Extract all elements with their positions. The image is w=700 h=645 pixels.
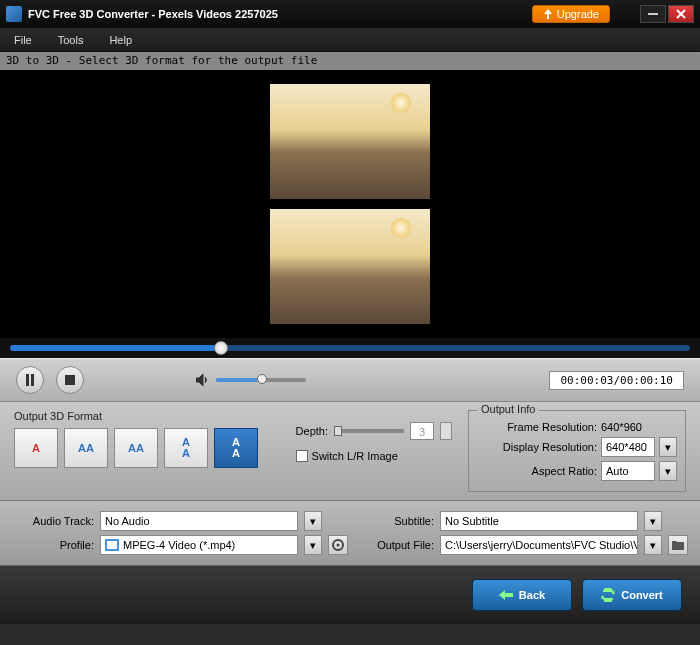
menu-file[interactable]: File [14, 34, 32, 46]
aspect-label: Aspect Ratio: [477, 465, 597, 477]
audio-track-select[interactable]: No Audio [100, 511, 298, 531]
subtitle-select[interactable]: No Subtitle [440, 511, 638, 531]
output-file-field[interactable]: C:\Users\jerry\Documents\FVC Studio\V [440, 535, 638, 555]
frame-res-label: Frame Resolution: [477, 421, 597, 433]
convert-button[interactable]: Convert [582, 579, 682, 611]
video-preview [0, 70, 700, 338]
back-label: Back [519, 589, 545, 601]
convert-icon [601, 588, 615, 602]
audio-track-label: Audio Track: [14, 515, 94, 527]
depth-value[interactable]: 3 [410, 422, 434, 440]
folder-icon [672, 540, 684, 550]
switch-lr-checkbox[interactable]: Switch L/R Image [296, 450, 452, 462]
profile-icon [105, 539, 119, 551]
time-display: 00:00:03/00:00:10 [549, 371, 684, 390]
seek-bar[interactable] [0, 338, 700, 358]
format-button-1[interactable]: AA [64, 428, 108, 468]
frame-res-value: 640*960 [601, 421, 677, 433]
svg-rect-3 [65, 375, 75, 385]
aspect-arrow[interactable]: ▾ [659, 461, 677, 481]
upgrade-label: Upgrade [557, 8, 599, 20]
menu-help[interactable]: Help [109, 34, 132, 46]
back-button[interactable]: Back [472, 579, 572, 611]
minimize-button[interactable] [640, 5, 666, 23]
svg-point-7 [337, 544, 340, 547]
convert-label: Convert [621, 589, 663, 601]
upgrade-icon [543, 9, 553, 19]
output-3d-label: Output 3D Format [14, 410, 280, 422]
format-button-0[interactable]: A [14, 428, 58, 468]
preview-bottom [270, 209, 430, 324]
volume-icon [196, 374, 210, 386]
format-button-3[interactable]: AA [164, 428, 208, 468]
svg-rect-0 [648, 13, 658, 15]
profile-label: Profile: [14, 539, 94, 551]
stop-button[interactable] [56, 366, 84, 394]
profile-settings-button[interactable] [328, 535, 348, 555]
switch-lr-label: Switch L/R Image [312, 450, 398, 462]
app-icon [6, 6, 22, 22]
disp-res-arrow[interactable]: ▾ [659, 437, 677, 457]
depth-slider[interactable] [334, 429, 404, 433]
audio-track-arrow[interactable]: ▾ [304, 511, 322, 531]
preview-top [270, 84, 430, 199]
window-title: FVC Free 3D Converter - Pexels Videos 22… [28, 8, 532, 20]
subtitle-arrow[interactable]: ▾ [644, 511, 662, 531]
browse-button[interactable] [668, 535, 688, 555]
subtitle-label: Subtitle: [354, 515, 434, 527]
svg-rect-1 [26, 374, 29, 386]
output-file-label: Output File: [354, 539, 434, 551]
output-info-label: Output Info [477, 403, 539, 415]
svg-rect-2 [31, 374, 34, 386]
menu-tools[interactable]: Tools [58, 34, 84, 46]
back-arrow-icon [499, 590, 513, 600]
volume-slider[interactable] [216, 378, 306, 382]
profile-select[interactable]: MPEG-4 Video (*.mp4) [100, 535, 298, 555]
depth-spinner[interactable] [440, 422, 452, 440]
upgrade-button[interactable]: Upgrade [532, 5, 610, 23]
svg-rect-5 [107, 541, 117, 549]
disp-res-label: Display Resolution: [477, 441, 597, 453]
format-button-4[interactable]: AA [214, 428, 258, 468]
close-button[interactable] [668, 5, 694, 23]
gear-icon [332, 539, 344, 551]
hint-bar: 3D to 3D - Select 3D format for the outp… [0, 52, 700, 70]
pause-button[interactable] [16, 366, 44, 394]
depth-label: Depth: [296, 425, 328, 437]
profile-arrow[interactable]: ▾ [304, 535, 322, 555]
disp-res-select[interactable]: 640*480 [601, 437, 655, 457]
format-button-2[interactable]: AA [114, 428, 158, 468]
aspect-select[interactable]: Auto [601, 461, 655, 481]
seek-thumb[interactable] [214, 341, 228, 355]
output-file-arrow[interactable]: ▾ [644, 535, 662, 555]
